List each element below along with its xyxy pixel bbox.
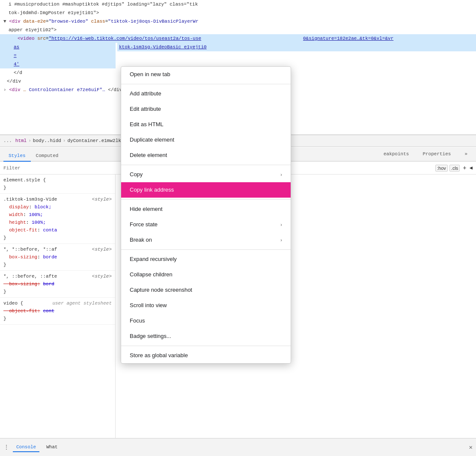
chevron-right-icon-3: › — [280, 236, 282, 244]
menu-item-label: Duplicate element — [130, 136, 174, 144]
menu-item-focus[interactable]: Focus — [121, 313, 291, 329]
menu-item-copy-link[interactable]: Copy link address — [121, 182, 291, 198]
menu-item-label: Expand recursively — [130, 255, 177, 264]
menu-item-label: Edit attribute — [130, 105, 161, 113]
menu-item-expand[interactable]: Expand recursively — [121, 252, 291, 267]
menu-item-open-new-tab[interactable]: Open in new tab — [121, 67, 291, 82]
menu-separator-3 — [121, 199, 291, 200]
menu-item-add-attribute[interactable]: Add attribute — [121, 86, 291, 101]
menu-item-label: Edit as HTML — [130, 120, 164, 129]
menu-item-delete[interactable]: Delete element — [121, 148, 291, 163]
chevron-right-icon: › — [280, 170, 282, 179]
menu-item-force-state[interactable]: Force state › — [121, 217, 291, 232]
menu-item-label: Delete element — [130, 151, 167, 160]
context-menu: Open in new tab Add attribute Edit attri… — [121, 66, 291, 364]
chevron-right-icon-2: › — [280, 220, 282, 229]
menu-item-label: Hide element — [130, 205, 163, 213]
menu-item-badge[interactable]: Badge settings... — [121, 329, 291, 344]
menu-item-label: Force state — [130, 220, 158, 229]
menu-item-label: Capture node screenshot — [130, 286, 192, 294]
menu-item-label: Collapse children — [130, 270, 173, 279]
menu-separator-2 — [121, 165, 291, 165]
menu-item-duplicate[interactable]: Duplicate element — [121, 132, 291, 148]
menu-item-label: Add attribute — [130, 89, 161, 98]
menu-item-hide[interactable]: Hide element — [121, 201, 291, 217]
menu-item-edit-attribute[interactable]: Edit attribute — [121, 101, 291, 117]
context-menu-overlay: Open in new tab Add attribute Edit attri… — [0, 0, 476, 456]
menu-item-label: Scroll into view — [130, 301, 167, 310]
menu-item-label: Open in new tab — [130, 70, 170, 79]
menu-item-label: Badge settings... — [130, 332, 171, 341]
menu-item-capture[interactable]: Capture node screenshot — [121, 282, 291, 298]
menu-item-edit-html[interactable]: Edit as HTML — [121, 117, 291, 132]
menu-separator-1 — [121, 84, 291, 84]
menu-item-label: Break on — [130, 236, 152, 244]
menu-separator-4 — [121, 249, 291, 250]
menu-item-copy[interactable]: Copy › — [121, 167, 291, 182]
menu-item-collapse[interactable]: Collapse children — [121, 267, 291, 282]
menu-item-label: Store as global variable — [130, 351, 188, 360]
menu-item-label: Copy — [130, 170, 143, 179]
menu-item-label: Focus — [130, 317, 145, 325]
menu-item-break-on[interactable]: Break on › — [121, 232, 291, 248]
menu-item-label: Copy link address — [130, 186, 174, 194]
menu-item-store-global[interactable]: Store as global variable — [121, 348, 291, 363]
menu-separator-5 — [121, 346, 291, 346]
menu-item-scroll[interactable]: Scroll into view — [121, 298, 291, 313]
